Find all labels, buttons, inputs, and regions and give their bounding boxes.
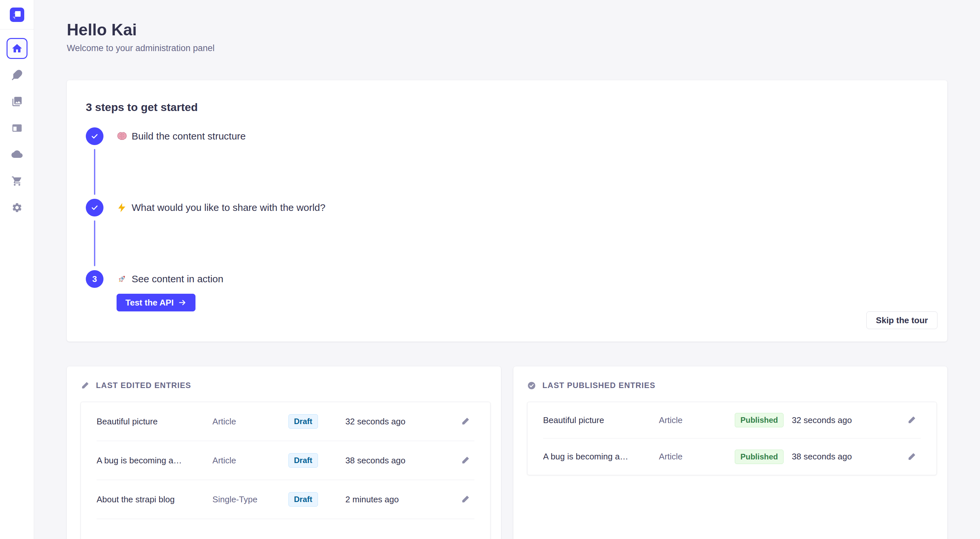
last-edited-heading: Last edited entries — [96, 381, 191, 390]
sidebar-item-media-library[interactable] — [6, 91, 27, 112]
table-row[interactable]: Beautiful picture Article Published 32 s… — [543, 402, 921, 439]
entry-time: 2 minutes ago — [345, 494, 448, 505]
pencil-icon — [907, 415, 916, 425]
sidebar-item-home[interactable] — [6, 38, 27, 59]
zap-emoji — [116, 202, 127, 213]
status-badge: Draft — [288, 492, 318, 507]
entry-type: Article — [659, 415, 735, 425]
entry-type: Single-Type — [213, 494, 288, 505]
check-icon — [91, 204, 99, 211]
brain-emoji — [116, 131, 127, 142]
entry-title: A bug is becoming a… — [97, 455, 213, 466]
table-filler — [81, 519, 490, 539]
step-2-label: What would you like to share with the wo… — [116, 202, 326, 213]
step-1-completed-badge — [86, 127, 103, 145]
status-badge: Draft — [288, 453, 318, 467]
entry-title: A bug is becoming a… — [543, 452, 659, 462]
edit-entry-button[interactable] — [456, 490, 474, 509]
page-title: Hello Kai — [67, 20, 947, 40]
sidebar-nav — [0, 29, 34, 218]
step-1-label: Build the content structure — [116, 130, 246, 142]
step-2-title: What would you like to share with the wo… — [132, 202, 326, 213]
sidebar-item-cloud[interactable] — [6, 144, 27, 165]
step-2: What would you like to share with the wo… — [86, 199, 928, 216]
step-3: 3 See content in action — [86, 270, 928, 288]
edit-entry-button[interactable] — [456, 451, 474, 469]
last-published-table: Beautiful picture Article Published 32 s… — [527, 402, 937, 475]
step-3-number: 3 — [92, 274, 97, 284]
test-api-label: Test the API — [126, 298, 173, 308]
onboarding-title: 3 steps to get started — [86, 100, 928, 114]
sidebar-item-content-type-builder[interactable] — [6, 118, 27, 138]
images-icon — [11, 96, 22, 107]
workspace-header — [0, 0, 34, 29]
cart-icon — [11, 175, 22, 187]
layout-icon — [11, 122, 22, 134]
last-edited-header: Last edited entries — [81, 381, 490, 390]
entry-time: 32 seconds ago — [345, 417, 448, 427]
step-2-completed-badge — [86, 199, 103, 216]
last-published-header: Last published entries — [527, 381, 937, 390]
check-circle-icon — [527, 381, 536, 390]
table-row[interactable]: A bug is becoming a… Article Draft 38 se… — [97, 441, 474, 480]
entry-title: Beautiful picture — [97, 417, 213, 427]
last-published-card: Last published entries Beautiful picture… — [514, 366, 948, 539]
step-3-number-badge: 3 — [86, 270, 103, 288]
pencil-icon — [461, 417, 470, 426]
arrow-right-icon — [178, 298, 187, 307]
test-api-button[interactable]: Test the API — [116, 294, 196, 312]
edit-entry-button[interactable] — [902, 411, 921, 429]
cloud-icon — [11, 149, 22, 160]
edit-entry-button[interactable] — [902, 448, 921, 466]
entry-title: About the strapi blog — [97, 494, 213, 505]
strapi-logo-icon — [10, 8, 24, 22]
entry-title: Beautiful picture — [543, 415, 659, 425]
sidebar-item-marketplace[interactable] — [6, 171, 27, 192]
pencil-icon — [461, 456, 470, 465]
table-row[interactable]: About the strapi blog Single-Type Draft … — [97, 480, 474, 519]
onboarding-card: 3 steps to get started Build the content… — [67, 80, 947, 342]
gear-icon — [11, 202, 22, 213]
entry-type: Article — [213, 417, 288, 427]
feather-icon — [11, 70, 22, 81]
skip-tour-button[interactable]: Skip the tour — [866, 312, 937, 329]
step-3-title: See content in action — [132, 273, 223, 285]
table-row[interactable]: A bug is becoming a… Article Published 3… — [543, 439, 921, 475]
step-1-title: Build the content structure — [132, 130, 246, 142]
pencil-icon — [907, 452, 916, 461]
rocket-emoji — [116, 274, 127, 284]
main-content: Hello Kai Welcome to your administration… — [34, 0, 980, 539]
page-subtitle: Welcome to your administration panel — [67, 43, 947, 53]
entry-time: 32 seconds ago — [792, 415, 894, 425]
onboarding-steps: Build the content structure What would y… — [86, 127, 928, 312]
strapi-logo — [10, 8, 24, 22]
pencil-icon — [81, 381, 89, 390]
sidebar-item-content-manager[interactable] — [6, 65, 27, 86]
sidebar-item-settings[interactable] — [6, 197, 27, 218]
entry-time: 38 seconds ago — [792, 452, 894, 462]
last-edited-table: Beautiful picture Article Draft 32 secon… — [81, 402, 490, 539]
status-badge: Draft — [288, 414, 318, 429]
table-row[interactable]: Beautiful picture Article Draft 32 secon… — [97, 402, 474, 441]
entry-type: Article — [659, 452, 735, 462]
main-nav-sidebar — [0, 0, 34, 539]
entry-time: 38 seconds ago — [345, 455, 448, 466]
status-badge: Published — [735, 450, 784, 464]
last-published-heading: Last published entries — [542, 381, 655, 390]
step-3-label: See content in action — [116, 273, 223, 285]
check-icon — [91, 132, 99, 140]
status-badge: Published — [735, 413, 784, 427]
last-edited-card: Last edited entries Beautiful picture Ar… — [67, 366, 501, 539]
step-connector — [94, 220, 95, 266]
pencil-icon — [461, 495, 470, 504]
entry-type: Article — [213, 455, 288, 466]
entries-section: Last edited entries Beautiful picture Ar… — [67, 366, 947, 539]
home-icon — [11, 43, 23, 54]
step-1: Build the content structure — [86, 127, 928, 145]
edit-entry-button[interactable] — [456, 412, 474, 431]
step-connector — [94, 149, 95, 195]
